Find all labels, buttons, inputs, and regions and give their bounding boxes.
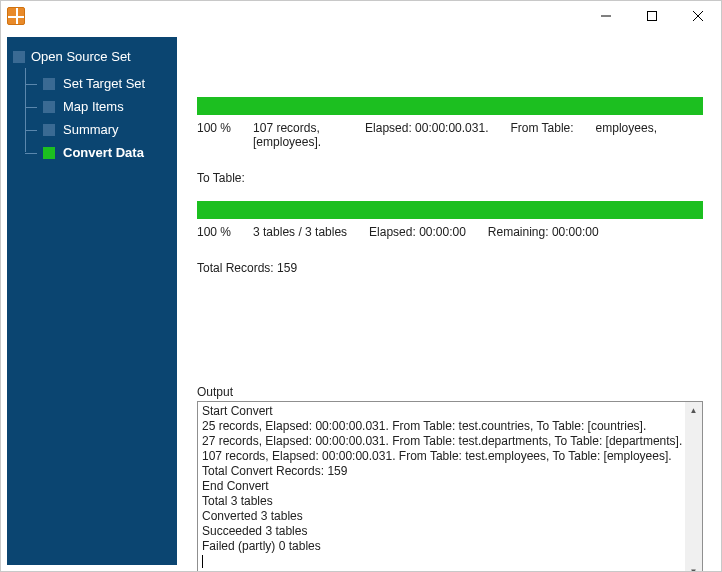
table-progress-bar	[197, 97, 703, 115]
output-line: Failed (partly) 0 tables	[202, 539, 684, 554]
sidebar-item-label: Set Target Set	[63, 76, 145, 91]
sidebar-item-label: Summary	[63, 122, 119, 137]
output-line: 27 records, Elapsed: 00:00:00.031. From …	[202, 434, 684, 449]
output-scrollbar[interactable]: ▲ ▼	[685, 402, 702, 572]
app-icon	[7, 7, 25, 25]
content-pane: 100 % 107 records, [employees]. Elapsed:…	[177, 37, 715, 565]
title-bar	[1, 1, 721, 31]
minimize-button[interactable]	[583, 1, 629, 31]
sidebar-item-label: Map Items	[63, 99, 124, 114]
output-line: Converted 3 tables	[202, 509, 684, 524]
output-line: End Convert	[202, 479, 684, 494]
sidebar-root-label: Open Source Set	[31, 49, 131, 64]
total-records: Total Records: 159	[197, 261, 297, 275]
output-line: Succeeded 3 tables	[202, 524, 684, 539]
output-line: Total Convert Records: 159	[202, 464, 684, 479]
table-from-value: employees,	[596, 121, 657, 149]
step-bullet-icon	[43, 147, 55, 159]
table-progress: 100 % 107 records, [employees]. Elapsed:…	[197, 97, 703, 185]
total-elapsed: Elapsed: 00:00:00	[369, 225, 466, 239]
output-line: Start Convert	[202, 404, 684, 419]
output-line: 25 records, Elapsed: 00:00:00.031. From …	[202, 419, 684, 434]
output-caret	[202, 554, 684, 568]
scroll-up-icon[interactable]: ▲	[685, 402, 702, 419]
sidebar-item-summary[interactable]: Summary	[19, 118, 171, 141]
output-line: 107 records, Elapsed: 00:00:00.031. From…	[202, 449, 684, 464]
close-button[interactable]	[675, 1, 721, 31]
svg-line-3	[693, 11, 703, 21]
scroll-down-icon[interactable]: ▼	[685, 563, 702, 572]
table-to-label: To Table:	[197, 171, 245, 185]
step-bullet-icon	[43, 124, 55, 136]
total-percent: 100 %	[197, 225, 231, 239]
total-tables: 3 tables / 3 tables	[253, 225, 347, 239]
wizard-sidebar: Open Source Set Set Target SetMap ItemsS…	[7, 37, 177, 565]
total-progress-bar	[197, 201, 703, 219]
output-textarea[interactable]: Start Convert25 records, Elapsed: 00:00:…	[197, 401, 703, 572]
sidebar-root[interactable]: Open Source Set	[13, 49, 171, 64]
sidebar-item-map-items[interactable]: Map Items	[19, 95, 171, 118]
table-elapsed: Elapsed: 00:00:00.031.	[365, 121, 488, 149]
table-records: 107 records, [employees].	[253, 121, 343, 149]
table-from-label: From Table:	[510, 121, 573, 149]
step-bullet-icon	[43, 78, 55, 90]
svg-line-2	[693, 11, 703, 21]
output-line: Total 3 tables	[202, 494, 684, 509]
maximize-button[interactable]	[629, 1, 675, 31]
total-remaining: Remaining: 00:00:00	[488, 225, 599, 239]
sidebar-item-set-target-set[interactable]: Set Target Set	[19, 72, 171, 95]
output-label: Output	[197, 385, 703, 399]
table-percent: 100 %	[197, 121, 231, 149]
step-bullet-icon	[43, 101, 55, 113]
sidebar-item-convert-data[interactable]: Convert Data	[19, 141, 171, 164]
svg-rect-1	[648, 12, 657, 21]
sidebar-item-label: Convert Data	[63, 145, 144, 160]
total-progress: 100 % 3 tables / 3 tables Elapsed: 00:00…	[197, 201, 703, 275]
